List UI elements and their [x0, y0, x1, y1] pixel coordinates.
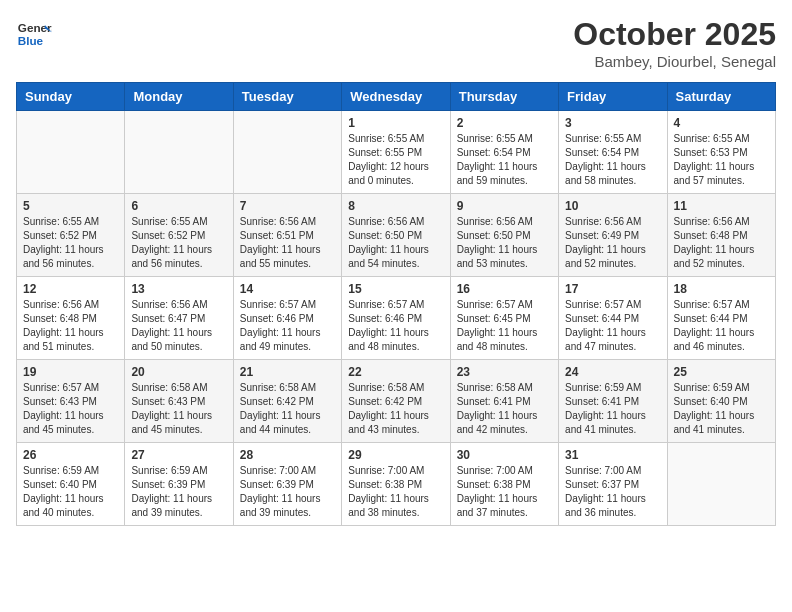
calendar-cell: 14Sunrise: 6:57 AM Sunset: 6:46 PM Dayli…	[233, 277, 341, 360]
day-of-week-header: Saturday	[667, 83, 775, 111]
calendar-week-row: 26Sunrise: 6:59 AM Sunset: 6:40 PM Dayli…	[17, 443, 776, 526]
day-info: Sunrise: 6:56 AM Sunset: 6:49 PM Dayligh…	[565, 215, 660, 271]
calendar-cell: 25Sunrise: 6:59 AM Sunset: 6:40 PM Dayli…	[667, 360, 775, 443]
calendar-cell: 22Sunrise: 6:58 AM Sunset: 6:42 PM Dayli…	[342, 360, 450, 443]
calendar-cell: 10Sunrise: 6:56 AM Sunset: 6:49 PM Dayli…	[559, 194, 667, 277]
day-info: Sunrise: 7:00 AM Sunset: 6:38 PM Dayligh…	[348, 464, 443, 520]
day-info: Sunrise: 6:56 AM Sunset: 6:50 PM Dayligh…	[348, 215, 443, 271]
calendar-cell: 27Sunrise: 6:59 AM Sunset: 6:39 PM Dayli…	[125, 443, 233, 526]
day-number: 19	[23, 365, 118, 379]
calendar-cell	[233, 111, 341, 194]
logo-icon: General Blue	[16, 16, 52, 52]
calendar-cell: 5Sunrise: 6:55 AM Sunset: 6:52 PM Daylig…	[17, 194, 125, 277]
day-info: Sunrise: 7:00 AM Sunset: 6:38 PM Dayligh…	[457, 464, 552, 520]
calendar-header-row: SundayMondayTuesdayWednesdayThursdayFrid…	[17, 83, 776, 111]
day-number: 27	[131, 448, 226, 462]
day-info: Sunrise: 7:00 AM Sunset: 6:39 PM Dayligh…	[240, 464, 335, 520]
day-info: Sunrise: 6:56 AM Sunset: 6:51 PM Dayligh…	[240, 215, 335, 271]
day-info: Sunrise: 6:57 AM Sunset: 6:46 PM Dayligh…	[348, 298, 443, 354]
day-info: Sunrise: 6:55 AM Sunset: 6:53 PM Dayligh…	[674, 132, 769, 188]
day-number: 7	[240, 199, 335, 213]
day-number: 25	[674, 365, 769, 379]
day-info: Sunrise: 6:59 AM Sunset: 6:40 PM Dayligh…	[674, 381, 769, 437]
day-number: 6	[131, 199, 226, 213]
calendar-cell: 28Sunrise: 7:00 AM Sunset: 6:39 PM Dayli…	[233, 443, 341, 526]
calendar-cell: 18Sunrise: 6:57 AM Sunset: 6:44 PM Dayli…	[667, 277, 775, 360]
day-info: Sunrise: 6:57 AM Sunset: 6:46 PM Dayligh…	[240, 298, 335, 354]
day-info: Sunrise: 6:55 AM Sunset: 6:52 PM Dayligh…	[23, 215, 118, 271]
day-number: 14	[240, 282, 335, 296]
calendar-cell: 4Sunrise: 6:55 AM Sunset: 6:53 PM Daylig…	[667, 111, 775, 194]
day-number: 4	[674, 116, 769, 130]
day-number: 17	[565, 282, 660, 296]
day-info: Sunrise: 6:58 AM Sunset: 6:42 PM Dayligh…	[240, 381, 335, 437]
svg-text:Blue: Blue	[18, 34, 44, 47]
day-number: 2	[457, 116, 552, 130]
calendar-cell: 8Sunrise: 6:56 AM Sunset: 6:50 PM Daylig…	[342, 194, 450, 277]
day-info: Sunrise: 6:55 AM Sunset: 6:55 PM Dayligh…	[348, 132, 443, 188]
title-block: October 2025 Bambey, Diourbel, Senegal	[573, 16, 776, 70]
day-info: Sunrise: 6:55 AM Sunset: 6:54 PM Dayligh…	[457, 132, 552, 188]
calendar-cell: 13Sunrise: 6:56 AM Sunset: 6:47 PM Dayli…	[125, 277, 233, 360]
day-number: 11	[674, 199, 769, 213]
calendar-cell: 24Sunrise: 6:59 AM Sunset: 6:41 PM Dayli…	[559, 360, 667, 443]
day-number: 16	[457, 282, 552, 296]
month-title: October 2025	[573, 16, 776, 53]
calendar-cell: 7Sunrise: 6:56 AM Sunset: 6:51 PM Daylig…	[233, 194, 341, 277]
day-info: Sunrise: 6:56 AM Sunset: 6:47 PM Dayligh…	[131, 298, 226, 354]
calendar-cell	[667, 443, 775, 526]
day-number: 13	[131, 282, 226, 296]
day-number: 18	[674, 282, 769, 296]
calendar-cell: 16Sunrise: 6:57 AM Sunset: 6:45 PM Dayli…	[450, 277, 558, 360]
day-number: 26	[23, 448, 118, 462]
calendar-cell: 21Sunrise: 6:58 AM Sunset: 6:42 PM Dayli…	[233, 360, 341, 443]
calendar-week-row: 12Sunrise: 6:56 AM Sunset: 6:48 PM Dayli…	[17, 277, 776, 360]
day-number: 1	[348, 116, 443, 130]
day-of-week-header: Wednesday	[342, 83, 450, 111]
day-number: 10	[565, 199, 660, 213]
day-info: Sunrise: 6:58 AM Sunset: 6:43 PM Dayligh…	[131, 381, 226, 437]
calendar-week-row: 1Sunrise: 6:55 AM Sunset: 6:55 PM Daylig…	[17, 111, 776, 194]
day-info: Sunrise: 6:56 AM Sunset: 6:48 PM Dayligh…	[674, 215, 769, 271]
calendar-cell: 29Sunrise: 7:00 AM Sunset: 6:38 PM Dayli…	[342, 443, 450, 526]
calendar-cell: 23Sunrise: 6:58 AM Sunset: 6:41 PM Dayli…	[450, 360, 558, 443]
calendar-cell: 6Sunrise: 6:55 AM Sunset: 6:52 PM Daylig…	[125, 194, 233, 277]
day-info: Sunrise: 6:56 AM Sunset: 6:48 PM Dayligh…	[23, 298, 118, 354]
day-info: Sunrise: 6:58 AM Sunset: 6:42 PM Dayligh…	[348, 381, 443, 437]
day-number: 28	[240, 448, 335, 462]
calendar-cell: 31Sunrise: 7:00 AM Sunset: 6:37 PM Dayli…	[559, 443, 667, 526]
logo: General Blue	[16, 16, 52, 52]
day-number: 22	[348, 365, 443, 379]
day-number: 31	[565, 448, 660, 462]
calendar-week-row: 5Sunrise: 6:55 AM Sunset: 6:52 PM Daylig…	[17, 194, 776, 277]
day-info: Sunrise: 7:00 AM Sunset: 6:37 PM Dayligh…	[565, 464, 660, 520]
day-info: Sunrise: 6:55 AM Sunset: 6:52 PM Dayligh…	[131, 215, 226, 271]
day-of-week-header: Thursday	[450, 83, 558, 111]
day-info: Sunrise: 6:57 AM Sunset: 6:44 PM Dayligh…	[674, 298, 769, 354]
location: Bambey, Diourbel, Senegal	[573, 53, 776, 70]
day-number: 30	[457, 448, 552, 462]
day-number: 12	[23, 282, 118, 296]
calendar-cell: 30Sunrise: 7:00 AM Sunset: 6:38 PM Dayli…	[450, 443, 558, 526]
calendar-cell: 26Sunrise: 6:59 AM Sunset: 6:40 PM Dayli…	[17, 443, 125, 526]
day-number: 8	[348, 199, 443, 213]
day-number: 20	[131, 365, 226, 379]
calendar-cell	[17, 111, 125, 194]
day-number: 15	[348, 282, 443, 296]
day-number: 3	[565, 116, 660, 130]
day-info: Sunrise: 6:55 AM Sunset: 6:54 PM Dayligh…	[565, 132, 660, 188]
day-of-week-header: Sunday	[17, 83, 125, 111]
day-info: Sunrise: 6:58 AM Sunset: 6:41 PM Dayligh…	[457, 381, 552, 437]
calendar-cell: 20Sunrise: 6:58 AM Sunset: 6:43 PM Dayli…	[125, 360, 233, 443]
calendar-cell: 2Sunrise: 6:55 AM Sunset: 6:54 PM Daylig…	[450, 111, 558, 194]
day-number: 21	[240, 365, 335, 379]
calendar-cell: 19Sunrise: 6:57 AM Sunset: 6:43 PM Dayli…	[17, 360, 125, 443]
calendar-table: SundayMondayTuesdayWednesdayThursdayFrid…	[16, 82, 776, 526]
page-header: General Blue October 2025 Bambey, Diourb…	[16, 16, 776, 70]
day-number: 5	[23, 199, 118, 213]
day-number: 9	[457, 199, 552, 213]
day-of-week-header: Friday	[559, 83, 667, 111]
day-info: Sunrise: 6:56 AM Sunset: 6:50 PM Dayligh…	[457, 215, 552, 271]
day-number: 24	[565, 365, 660, 379]
day-info: Sunrise: 6:57 AM Sunset: 6:43 PM Dayligh…	[23, 381, 118, 437]
